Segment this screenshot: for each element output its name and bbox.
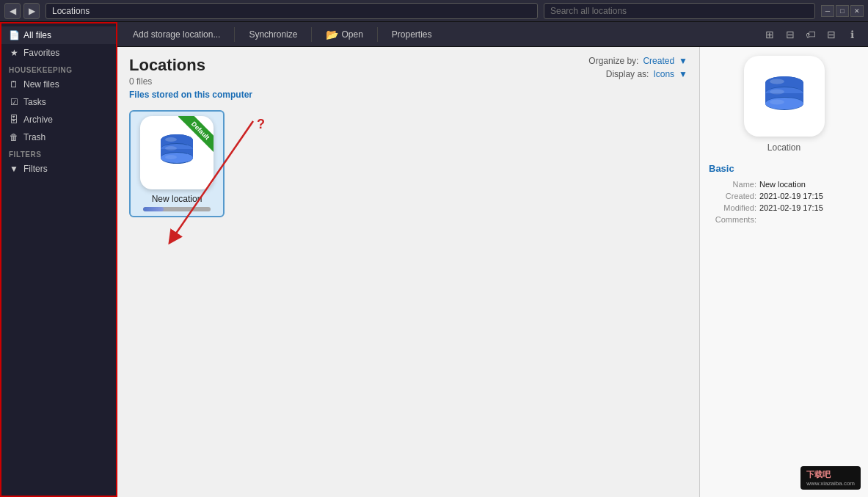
toolbar-separator-1 bbox=[234, 27, 235, 42]
toolbar: Add storage location... Synchronize 📂 Op… bbox=[117, 22, 868, 47]
view-icon-btn-2[interactable]: ⊟ bbox=[781, 26, 799, 43]
new-files-icon: 🗒 bbox=[9, 79, 19, 90]
section-label[interactable]: Files stored on this computer bbox=[129, 90, 252, 100]
modified-value: 2021-02-19 17:15 bbox=[759, 203, 859, 212]
info-panel: Location Basic Name: New location Create… bbox=[699, 47, 868, 497]
open-label: Open bbox=[341, 29, 362, 40]
close-button[interactable]: ✕ bbox=[850, 5, 864, 17]
comments-key: Comments: bbox=[709, 215, 756, 224]
sidebar-item-archive[interactable]: 🗄 Archive bbox=[1, 111, 116, 128]
sidebar-item-tasks[interactable]: ☑ Tasks bbox=[1, 93, 116, 111]
search-input[interactable] bbox=[544, 3, 815, 19]
watermark: 下载吧 www.xiazaiba.com bbox=[800, 466, 861, 490]
synchronize-label: Synchronize bbox=[249, 29, 297, 40]
content-area: Locations 0 files Organize by: Created ▼… bbox=[117, 47, 868, 497]
sidebar-label-favorites: Favorites bbox=[23, 48, 59, 58]
info-section-title: Basic bbox=[709, 163, 734, 174]
organize-by-value[interactable]: Created bbox=[643, 56, 674, 66]
trash-icon: 🗑 bbox=[9, 132, 19, 142]
sidebar-item-favorites[interactable]: ★ Favorites bbox=[1, 44, 116, 62]
toolbar-separator-3 bbox=[377, 27, 378, 42]
modified-key: Modified: bbox=[709, 203, 756, 212]
info-row-modified: Modified: 2021-02-19 17:15 bbox=[709, 203, 859, 212]
content-header: Locations 0 files Organize by: Created ▼… bbox=[129, 56, 688, 87]
info-row-comments: Comments: bbox=[709, 215, 859, 224]
tag-icon-btn[interactable]: 🏷 bbox=[802, 26, 820, 43]
tasks-icon: ☑ bbox=[9, 97, 19, 107]
display-as-value[interactable]: Icons bbox=[653, 69, 674, 79]
columns-icon-btn[interactable]: ⊟ bbox=[823, 26, 840, 43]
svg-point-20 bbox=[770, 90, 784, 95]
nav-buttons: ◀ ▶ bbox=[4, 3, 40, 19]
add-storage-label: Add storage location... bbox=[133, 29, 220, 40]
display-dropdown-icon[interactable]: ▼ bbox=[679, 69, 688, 79]
main-content: Locations 0 files Organize by: Created ▼… bbox=[117, 47, 699, 497]
back-button[interactable]: ◀ bbox=[4, 3, 21, 19]
open-icon: 📂 bbox=[326, 29, 338, 40]
sidebar-item-trash[interactable]: 🗑 Trash bbox=[1, 128, 116, 146]
info-row-name: Name: New location bbox=[709, 180, 859, 189]
sidebar-label-trash: Trash bbox=[23, 132, 45, 142]
archive-icon: 🗄 bbox=[9, 115, 19, 125]
toolbar-right-icons: ⊞ ⊟ 🏷 ⊟ ℹ bbox=[761, 26, 861, 43]
db-icon-wrapper: Default bbox=[140, 116, 214, 189]
page-title-section: Locations 0 files bbox=[129, 56, 205, 87]
all-files-icon: 📄 bbox=[9, 30, 19, 40]
title-bar: ◀ ▶ ─ □ ✕ bbox=[0, 0, 868, 22]
sidebar-label-tasks: Tasks bbox=[23, 97, 46, 107]
organize-dropdown-icon[interactable]: ▼ bbox=[679, 56, 688, 66]
filters-icon: ▼ bbox=[9, 164, 19, 174]
info-db-svg bbox=[755, 67, 814, 126]
main-layout: 📄 All files ★ Favorites HOUSEKEEPING 🗒 N… bbox=[0, 22, 868, 497]
open-button[interactable]: 📂 Open bbox=[318, 26, 371, 43]
info-table: Name: New location Created: 2021-02-19 1… bbox=[709, 180, 859, 227]
organize-by-label: Organize by: bbox=[588, 56, 638, 66]
sidebar-item-filters[interactable]: ▼ Filters bbox=[1, 160, 116, 178]
filters-label: FILTERS bbox=[1, 146, 116, 160]
properties-label: Properties bbox=[392, 29, 432, 40]
sidebar-label-archive: Archive bbox=[23, 115, 53, 125]
watermark-text: 下载吧 bbox=[806, 470, 831, 479]
maximize-button[interactable]: □ bbox=[836, 5, 849, 17]
name-value: New location bbox=[759, 180, 859, 189]
svg-point-21 bbox=[770, 100, 784, 105]
sidebar-label-filters: Filters bbox=[23, 164, 48, 174]
favorites-icon: ★ bbox=[9, 48, 19, 58]
sidebar-label-all-files: All files bbox=[23, 30, 51, 40]
housekeeping-label: HOUSEKEEPING bbox=[1, 62, 116, 76]
properties-button[interactable]: Properties bbox=[384, 26, 440, 43]
file-count: 0 files bbox=[129, 76, 205, 87]
location-item-new[interactable]: Default bbox=[129, 110, 225, 217]
location-label: New location bbox=[152, 194, 203, 204]
sidebar-item-all-files[interactable]: 📄 All files bbox=[1, 26, 116, 44]
sidebar-item-new-files[interactable]: 🗒 New files bbox=[1, 76, 116, 93]
created-value: 2021-02-19 17:15 bbox=[759, 192, 859, 200]
sidebar: 📄 All files ★ Favorites HOUSEKEEPING 🗒 N… bbox=[0, 22, 117, 497]
svg-point-19 bbox=[770, 79, 784, 84]
page-title: Locations bbox=[129, 56, 205, 75]
info-icon-btn[interactable]: ℹ bbox=[843, 26, 861, 43]
display-as-label: Display as: bbox=[606, 69, 649, 79]
info-db-icon bbox=[744, 56, 825, 137]
toolbar-separator-2 bbox=[311, 27, 312, 42]
window-controls: ─ □ ✕ bbox=[821, 5, 864, 17]
minimize-button[interactable]: ─ bbox=[821, 5, 834, 17]
add-storage-button[interactable]: Add storage location... bbox=[125, 26, 228, 43]
forward-button[interactable]: ▶ bbox=[23, 3, 40, 19]
info-row-created: Created: 2021-02-19 17:15 bbox=[709, 192, 859, 200]
comments-value bbox=[759, 215, 859, 224]
display-row: Display as: Icons ▼ bbox=[606, 69, 688, 79]
location-input[interactable] bbox=[45, 3, 538, 19]
created-key: Created: bbox=[709, 192, 756, 200]
name-key: Name: bbox=[709, 180, 756, 189]
info-icon-label: Location bbox=[767, 142, 800, 153]
view-icon-btn-1[interactable]: ⊞ bbox=[761, 26, 778, 43]
synchronize-button[interactable]: Synchronize bbox=[241, 26, 305, 43]
icons-grid: Default bbox=[129, 110, 688, 217]
progress-bar bbox=[143, 207, 210, 211]
sidebar-label-new-files: New files bbox=[23, 79, 59, 90]
organize-controls: Organize by: Created ▼ Display as: Icons… bbox=[588, 56, 688, 79]
organize-row: Organize by: Created ▼ bbox=[588, 56, 688, 66]
